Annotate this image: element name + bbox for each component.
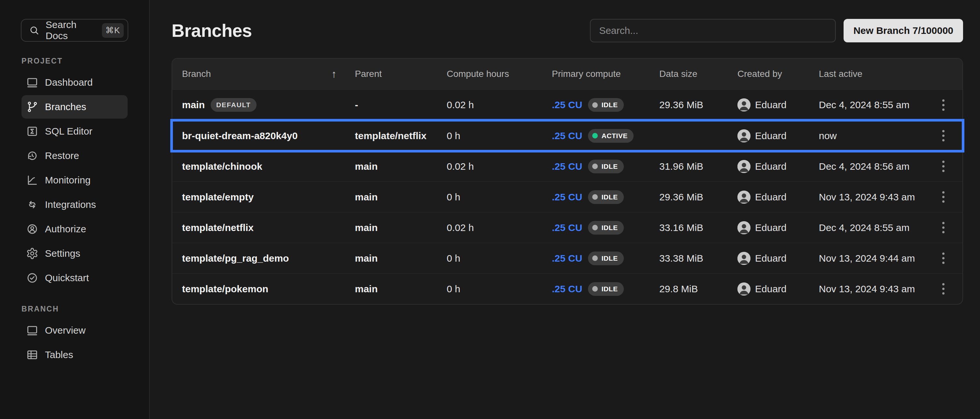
branches-table: Branch↑ParentCompute hoursPrimary comput… [172, 58, 963, 304]
compute-units[interactable]: .25 CU [552, 161, 582, 172]
branch-name: template/chinook [182, 161, 262, 172]
status-label: IDLE [601, 163, 617, 170]
overview-icon [26, 324, 38, 336]
sidebar-item-label: Dashboard [45, 77, 93, 88]
parent-cell: main [355, 253, 447, 264]
created-by-cell: Eduard [737, 221, 819, 234]
branch-cell: template/chinook [182, 161, 355, 172]
compute-units[interactable]: .25 CU [552, 99, 582, 110]
branch-row-template/empty[interactable]: template/emptymain0 h.25 CUIDLE29.36 MiB… [172, 182, 963, 212]
branch-row-br-quiet-dream-a820k4y0[interactable]: br-quiet-dream-a820k4y0template/netflix0… [172, 120, 963, 151]
branch-row-template/pg_rag_demo[interactable]: template/pg_rag_demomain0 h.25 CUIDLE33.… [172, 243, 963, 273]
compute-hours-cell: 0 h [447, 130, 552, 142]
table-body: mainDEFAULT-0.02 h.25 CUIDLE29.36 MiBEdu… [172, 89, 963, 304]
column-header-branch[interactable]: Branch↑ [182, 68, 355, 80]
last-active-cell: now [819, 130, 932, 142]
creator-name: Eduard [755, 284, 787, 295]
status-badge: IDLE [588, 282, 624, 296]
avatar [737, 191, 751, 204]
status-label: IDLE [601, 224, 617, 232]
compute-units[interactable]: .25 CU [552, 284, 582, 295]
status-label: IDLE [601, 255, 617, 262]
status-dot [592, 194, 598, 200]
sort-arrow-up-icon[interactable]: ↑ [331, 68, 337, 80]
branch-cell: template/pg_rag_demo [182, 253, 355, 264]
row-menu-kebab-icon[interactable] [939, 218, 948, 237]
sidebar-item-label: Tables [45, 349, 73, 360]
data-size-cell: 31.96 MiB [659, 161, 737, 172]
keyboard-shortcut-badge: ⌘K [102, 23, 124, 38]
sidebar-item-overview[interactable]: Overview [21, 319, 127, 342]
branch-row-template/pokemon[interactable]: template/pokemonmain0 h.25 CUIDLE29.8 Mi… [172, 273, 963, 304]
search-icon [29, 25, 40, 36]
created-by-cell: Eduard [737, 99, 819, 112]
column-header-primary-compute[interactable]: Primary compute [552, 69, 659, 79]
status-label: IDLE [601, 101, 617, 109]
row-menu-kebab-icon[interactable] [939, 188, 948, 206]
sidebar-item-branches[interactable]: Branches [21, 95, 127, 119]
sidebar-item-label: Branches [45, 101, 86, 112]
column-header-compute-hours[interactable]: Compute hours [447, 69, 552, 79]
row-menu-kebab-icon[interactable] [939, 96, 948, 114]
column-header-data-size[interactable]: Data size [659, 69, 737, 79]
branch-cell: br-quiet-dream-a820k4y0 [182, 130, 355, 142]
status-badge: IDLE [588, 160, 624, 173]
primary-compute-cell: .25 CUIDLE [552, 160, 659, 173]
row-menu-kebab-icon[interactable] [939, 127, 948, 145]
compute-units[interactable]: .25 CU [552, 253, 582, 264]
compute-units[interactable]: .25 CU [552, 130, 582, 142]
column-header-parent[interactable]: Parent [355, 69, 447, 79]
sidebar-item-sql-editor[interactable]: SQL Editor [21, 119, 127, 143]
last-active-cell: Nov 13, 2024 9:43 am [819, 284, 932, 295]
data-size-cell: 29.36 MiB [659, 99, 737, 110]
sidebar-item-integrations[interactable]: Integrations [21, 193, 127, 216]
compute-units[interactable]: .25 CU [552, 222, 582, 233]
row-menu-kebab-icon[interactable] [939, 158, 948, 175]
compute-units[interactable]: .25 CU [552, 191, 582, 203]
sidebar-item-restore[interactable]: Restore [21, 144, 127, 167]
status-dot [592, 225, 598, 230]
sidebar: Search Docs ⌘K PROJECTDashboardBranchesS… [0, 0, 150, 419]
row-menu-kebab-icon[interactable] [939, 280, 948, 298]
sidebar-item-monitoring[interactable]: Monitoring [21, 169, 127, 192]
creator-name: Eduard [755, 99, 787, 110]
sidebar-item-quickstart[interactable]: Quickstart [21, 266, 127, 290]
data-size-cell: 29.8 MiB [659, 284, 737, 295]
branch-name: template/pg_rag_demo [182, 253, 289, 264]
creator-name: Eduard [755, 130, 787, 142]
sidebar-item-dashboard[interactable]: Dashboard [21, 71, 127, 94]
last-active-cell: Nov 13, 2024 9:43 am [819, 191, 932, 203]
avatar [737, 160, 751, 173]
last-active-cell: Nov 13, 2024 9:44 am [819, 253, 932, 264]
restore-icon [26, 150, 38, 162]
data-size-cell: 33.16 MiB [659, 222, 737, 233]
compute-hours-cell: 0 h [447, 284, 552, 295]
search-docs-button[interactable]: Search Docs ⌘K [21, 19, 128, 42]
sidebar-item-label: Settings [45, 248, 80, 259]
branch-row-template/netflix[interactable]: template/netflixmain0.02 h.25 CUIDLE33.1… [172, 212, 963, 243]
parent-cell: main [355, 222, 447, 233]
sidebar-item-settings[interactable]: Settings [21, 242, 127, 265]
created-by-cell: Eduard [737, 129, 819, 142]
column-header-created-by[interactable]: Created by [737, 69, 819, 79]
sidebar-item-authorize[interactable]: Authorize [21, 217, 127, 241]
branch-cell: template/pokemon [182, 284, 355, 295]
row-menu-kebab-icon[interactable] [939, 249, 948, 267]
sidebar-item-tables[interactable]: Tables [21, 343, 127, 366]
branch-row-template/chinook[interactable]: template/chinookmain0.02 h.25 CUIDLE31.9… [172, 151, 963, 182]
branch-name: br-quiet-dream-a820k4y0 [182, 130, 298, 142]
primary-compute-cell: .25 CUACTIVE [552, 129, 659, 143]
sidebar-item-label: Quickstart [45, 272, 89, 284]
branch-row-main[interactable]: mainDEFAULT-0.02 h.25 CUIDLE29.36 MiBEdu… [172, 89, 963, 120]
status-badge: IDLE [588, 252, 624, 265]
last-active-cell: Dec 4, 2024 8:55 am [819, 99, 932, 110]
new-branch-button[interactable]: New Branch 7/100000 [843, 19, 963, 42]
column-header-last-active[interactable]: Last active [819, 69, 932, 79]
search-input[interactable] [590, 19, 836, 42]
primary-compute-cell: .25 CUIDLE [552, 221, 659, 234]
avatar [737, 99, 751, 112]
status-dot [592, 102, 598, 108]
status-label: IDLE [601, 193, 617, 201]
data-size-cell: 29.36 MiB [659, 191, 737, 203]
primary-compute-cell: .25 CUIDLE [552, 190, 659, 204]
